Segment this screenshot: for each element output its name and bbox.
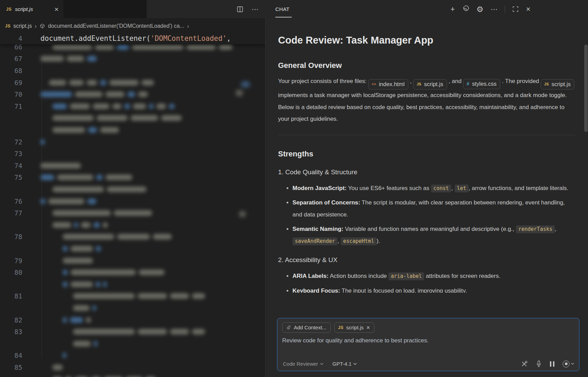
bullet-list: ARIA Labels: Action buttons include aria… bbox=[278, 270, 575, 293]
vscode-window: JS script.js × ⋯ CHAT + ⚙ ⋯ bbox=[0, 0, 588, 377]
chat-message-input[interactable]: Review code for quality and adherence to… bbox=[282, 337, 574, 344]
file-name: index.html bbox=[379, 79, 405, 89]
blurred-code-blobs bbox=[40, 139, 45, 145]
bold-label: Keyboard Focus: bbox=[292, 287, 340, 293]
line-number: 78 bbox=[0, 231, 22, 243]
file-reference-chip[interactable]: #styles.css bbox=[463, 79, 500, 89]
settings-gear-icon[interactable]: ⚙ bbox=[477, 5, 484, 13]
code-token: document.addEventListener( bbox=[40, 34, 151, 43]
sticky-scroll-line[interactable]: 4 document.addEventListener('DOMContentL… bbox=[0, 33, 265, 44]
input-bottom-row: Code Reviewer GPT-4.1 bbox=[283, 360, 574, 367]
chat-panel: Code Review: Task Manager AppGeneral Ove… bbox=[266, 18, 588, 377]
code-line: 79 bbox=[0, 255, 265, 267]
html-file-icon: <> bbox=[372, 79, 376, 89]
blurred-code-blobs bbox=[52, 210, 152, 216]
line-number: 68 bbox=[0, 65, 22, 77]
pause-icon[interactable] bbox=[550, 361, 554, 367]
code-token: , bbox=[227, 34, 231, 43]
context-row: Add Context... JS script.js × bbox=[282, 322, 574, 333]
code-token: 'DOMContentLoaded' bbox=[151, 34, 227, 43]
stop-button[interactable] bbox=[563, 361, 574, 367]
blurred-code-blobs bbox=[73, 341, 97, 346]
chat-response[interactable]: Code Review: Task Manager AppGeneral Ove… bbox=[266, 18, 588, 314]
attached-file-chip[interactable]: JS script.js × bbox=[334, 322, 374, 333]
code-line: 82 bbox=[0, 314, 265, 326]
inline-code: saveAndRender bbox=[292, 237, 337, 245]
code-line bbox=[0, 124, 265, 136]
tools-icon[interactable] bbox=[521, 361, 528, 367]
history-icon[interactable] bbox=[462, 5, 469, 13]
stop-icon bbox=[563, 361, 569, 367]
blurred-code-blobs bbox=[63, 234, 172, 239]
tab-chat[interactable]: CHAT bbox=[275, 0, 289, 18]
blurred-code-blobs bbox=[49, 80, 154, 85]
blurred-code-blobs bbox=[52, 115, 182, 121]
model-picker[interactable]: GPT-4.1 bbox=[333, 361, 357, 367]
bullet-list: Modern JavaScript: You use ES6+ features… bbox=[278, 182, 575, 247]
close-panel-icon[interactable]: × bbox=[526, 5, 530, 13]
tab-label: script.js bbox=[15, 6, 51, 12]
blurred-code-blobs bbox=[52, 187, 146, 192]
blurred-code-blobs bbox=[40, 175, 132, 180]
blurred-code-blob bbox=[241, 82, 250, 87]
js-file-icon: JS bbox=[338, 325, 344, 330]
blurred-code-blobs bbox=[73, 305, 96, 311]
line-number: 85 bbox=[0, 362, 22, 374]
line-number: 81 bbox=[0, 290, 22, 302]
code-line bbox=[0, 184, 265, 196]
file-reference-chip[interactable]: <>index.html bbox=[368, 79, 408, 90]
blurred-code-blobs bbox=[63, 282, 107, 287]
microphone-icon[interactable] bbox=[536, 360, 542, 367]
remove-attachment-icon[interactable]: × bbox=[367, 325, 370, 330]
paperclip-icon bbox=[286, 325, 291, 330]
css-file-icon: # bbox=[467, 79, 469, 89]
code-line: 86 bbox=[0, 374, 265, 377]
code-line bbox=[0, 112, 265, 124]
bold-label: Separation of Concerns: bbox=[292, 199, 360, 206]
blurred-code-blobs bbox=[63, 258, 93, 263]
bold-label: Semantic Naming: bbox=[292, 226, 343, 232]
heading: Code Review: Task Manager App bbox=[278, 34, 575, 47]
blurred-code-blobs bbox=[40, 56, 97, 61]
editor-tab-scriptjs[interactable]: JS script.js × bbox=[0, 0, 63, 18]
code-line: 85 bbox=[0, 362, 265, 374]
line-number: 74 bbox=[0, 160, 22, 172]
code-line bbox=[0, 243, 265, 255]
blurred-code-blob bbox=[236, 90, 243, 96]
code-line: 74 bbox=[0, 160, 265, 172]
line-number: 84 bbox=[0, 350, 22, 362]
close-tab-icon[interactable]: × bbox=[55, 5, 59, 13]
chat-more-actions-icon[interactable]: ⋯ bbox=[491, 5, 497, 13]
js-file-icon: JS bbox=[417, 79, 421, 89]
blurred-code-blobs bbox=[52, 365, 63, 370]
line-number: 82 bbox=[0, 314, 22, 326]
blurred-code-area[interactable]: 6667686970717273747576777879808182838485… bbox=[0, 18, 265, 377]
model-label: GPT-4.1 bbox=[333, 361, 352, 367]
code-line: 78 bbox=[0, 231, 265, 243]
code-line: 84 bbox=[0, 350, 265, 362]
list-item: Keyboard Focus: The input is focused on … bbox=[292, 285, 575, 293]
split-editor-icon[interactable] bbox=[237, 6, 243, 13]
heading: 2. Accessibility & UX bbox=[278, 256, 575, 264]
heading: General Overview bbox=[278, 60, 575, 71]
mode-picker[interactable]: Code Reviewer bbox=[283, 361, 324, 367]
chat-scrollbar[interactable] bbox=[584, 45, 588, 132]
line-number: 69 bbox=[0, 77, 22, 89]
file-reference-chip[interactable]: JSscript.js bbox=[413, 79, 447, 90]
list-item: Semantic Naming: Variable and function n… bbox=[292, 223, 575, 247]
line-number: 80 bbox=[0, 267, 22, 279]
list-item: Modern JavaScript: You use ES6+ features… bbox=[292, 182, 575, 195]
chat-input-box[interactable]: Add Context... JS script.js × Review cod… bbox=[277, 318, 579, 371]
new-chat-icon[interactable]: + bbox=[451, 5, 455, 13]
file-reference-chip[interactable]: JSscript.js bbox=[541, 79, 574, 90]
blurred-code-blobs bbox=[63, 270, 165, 275]
maximize-panel-icon[interactable] bbox=[512, 6, 519, 12]
line-number: 72 bbox=[0, 136, 22, 148]
code-editor: JS script.js › document.addEventListener… bbox=[0, 18, 266, 377]
blurred-code-blobs bbox=[52, 222, 108, 228]
editor-more-actions-icon[interactable]: ⋯ bbox=[252, 5, 259, 13]
heading: Strengths bbox=[278, 149, 575, 159]
add-context-button[interactable]: Add Context... bbox=[282, 322, 331, 333]
top-bar: JS script.js × ⋯ CHAT + ⚙ ⋯ bbox=[0, 0, 588, 18]
heading: 1. Code Quality & Structure bbox=[278, 168, 575, 176]
